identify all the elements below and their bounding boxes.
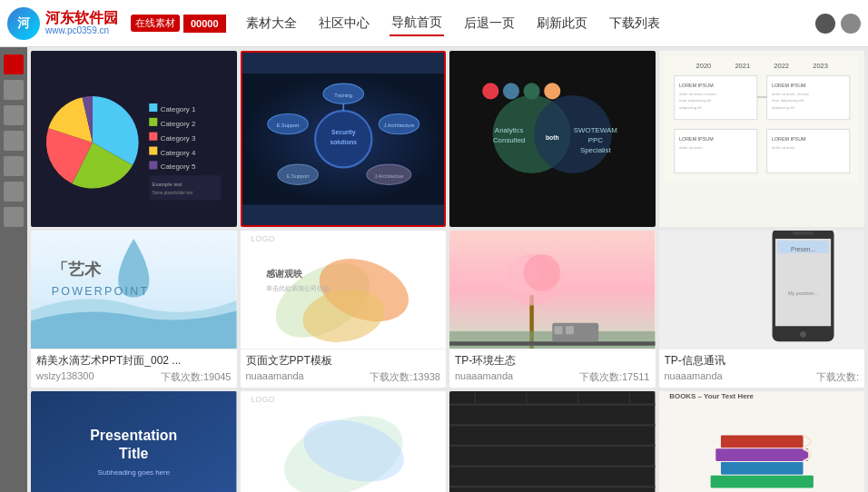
- svg-point-38: [503, 83, 519, 99]
- svg-text:dolor sit amet, consec: dolor sit amet, consec: [771, 92, 809, 96]
- nav-right: [815, 14, 861, 34]
- card-downloads-art: 下载次数:19045: [161, 370, 232, 384]
- top-bar: 河 河东软件园 www.pc0359.cn 在线素材 00000 素材大全 社区…: [0, 0, 868, 47]
- card-thumbnail-tech: Presen... My position...: [659, 231, 865, 349]
- svg-text:2020: 2020: [695, 62, 711, 70]
- svg-rect-98: [449, 391, 655, 492]
- cycle-chart-svg: Security solutions Training J.Architectu…: [242, 74, 445, 205]
- card-art-cover[interactable]: 「艺术 POWERPOINT 精美水滴艺术PPT封面_002 ... wslzy…: [31, 231, 237, 388]
- sidebar-item-1[interactable]: [4, 80, 24, 100]
- nav-item-home[interactable]: 导航首页: [390, 11, 444, 36]
- content-area: Category 1 Category 2 Category 3 Categor…: [27, 47, 868, 492]
- card-dg-cycle[interactable]: Security solutions Training J.Architectu…: [241, 51, 447, 227]
- card-meta-nature: nuaaamanda 下载次数:17511: [455, 370, 650, 384]
- svg-text:dolor sit amet: dolor sit amet: [771, 145, 794, 150]
- card-thumbnail-venn: Analytics Consulted SWOTEWAM PPC Special…: [449, 51, 656, 227]
- svg-text:Category 3: Category 3: [161, 133, 196, 142]
- card-meta-tech: nuaaamanda 下载次数:: [665, 370, 860, 384]
- nav-circle-1[interactable]: [815, 14, 835, 34]
- svg-text:Category 2: Category 2: [161, 119, 196, 127]
- card-author-elegant: nuaaamanda: [246, 370, 304, 384]
- card-presentation[interactable]: Presentation Title Subheading goes here …: [31, 391, 237, 492]
- svg-text:Category 1: Category 1: [161, 105, 196, 113]
- card-tech[interactable]: Presen... My position... TP-信息通讯 nuaaama…: [659, 231, 865, 388]
- card-thumbnail-presentation: Presentation Title Subheading goes here: [31, 391, 237, 492]
- nav-item-materials[interactable]: 素材大全: [244, 12, 299, 35]
- svg-rect-114: [720, 462, 803, 475]
- logo-area: 河 河东软件园 www.pc0359.cn: [7, 7, 118, 40]
- nav-item-back[interactable]: 后退一页: [462, 12, 517, 35]
- logo-icon: 河: [7, 7, 40, 40]
- sidebar-item-0[interactable]: [4, 54, 24, 74]
- svg-text:E.Support: E.Support: [276, 123, 299, 128]
- card-thumbnail-flow: 2020 2021 2022 2023 LOREM IPSUM dolor si…: [659, 51, 865, 227]
- svg-text:J.Architectue: J.Architectue: [374, 172, 403, 178]
- card-dc-venn[interactable]: Analytics Consulted SWOTEWAM PPC Special…: [449, 51, 656, 227]
- svg-text:Analytics: Analytics: [495, 125, 524, 133]
- nav-circle-2[interactable]: [841, 14, 861, 34]
- card-downloads-nature: 下载次数:17511: [579, 370, 650, 384]
- art-cover-svg: 「艺术 POWERPOINT: [31, 231, 237, 349]
- card-thumbnail-logo2: LOGO: [241, 391, 447, 492]
- svg-text:Presen...: Presen...: [790, 245, 814, 251]
- card-meta-elegant: nuaaamanda 下载次数:13938: [246, 370, 441, 384]
- svg-text:2021: 2021: [735, 62, 750, 70]
- nav-item-downloads[interactable]: 下载列表: [607, 12, 662, 35]
- watermark-box: 00000: [183, 15, 226, 33]
- svg-rect-9: [149, 161, 157, 169]
- svg-text:LOREM IPSUM: LOREM IPSUM: [679, 136, 714, 142]
- card-elegant[interactable]: LOGO 感谢观映 单击此处添加公司信息 页面文艺PPT模板 nuaaamand…: [241, 231, 447, 388]
- svg-text:LOREM IPSUM: LOREM IPSUM: [771, 83, 805, 88]
- elegant-svg: LOGO 感谢观映 单击此处添加公司信息: [241, 231, 447, 349]
- card-thumbnail-dark: [449, 391, 656, 492]
- flow-chart-svg: 2020 2021 2022 2023 LOREM IPSUM dolor si…: [665, 56, 859, 182]
- svg-rect-113: [715, 448, 808, 461]
- svg-text:Category 5: Category 5: [161, 162, 196, 171]
- nav-item-community[interactable]: 社区中心: [317, 12, 371, 35]
- svg-point-37: [482, 83, 498, 99]
- online-badge: 在线素材: [131, 15, 180, 32]
- card-ct-pie[interactable]: Category 1 Category 2 Category 3 Categor…: [31, 51, 237, 227]
- card-info-nature: TP-环境生态 nuaaamanda 下载次数:17511: [449, 349, 656, 388]
- main-container: Category 1 Category 2 Category 3 Categor…: [0, 47, 868, 492]
- sidebar-item-3[interactable]: [4, 131, 24, 151]
- svg-rect-80: [555, 326, 563, 334]
- card-thumbnail-books: BOOKS – Your Text Here: [659, 391, 865, 492]
- svg-text:solutions: solutions: [330, 139, 357, 145]
- svg-text:Some placeholder text: Some placeholder text: [153, 190, 194, 194]
- svg-rect-115: [710, 476, 813, 488]
- sidebar-item-5[interactable]: [4, 182, 24, 202]
- sidebar-item-2[interactable]: [4, 105, 24, 125]
- card-thumbnail-pie: Category 1 Category 2 Category 3 Categor…: [31, 51, 237, 227]
- svg-text:both: both: [546, 133, 559, 140]
- svg-text:BOOKS – Your Text Here: BOOKS – Your Text Here: [669, 392, 754, 400]
- svg-text:adipiscing elt: adipiscing elt: [771, 105, 794, 110]
- card-books[interactable]: BOOKS – Your Text Here BOOKS - Your Text…: [659, 391, 865, 492]
- nav-menu: 素材大全 社区中心 导航首页 后退一页 刷新此页 下载列表: [244, 11, 662, 36]
- svg-text:My position...: My position...: [787, 290, 818, 296]
- nav-item-refresh[interactable]: 刷新此页: [535, 12, 589, 35]
- svg-rect-5: [149, 132, 157, 140]
- svg-point-40: [544, 83, 560, 99]
- svg-rect-3: [149, 117, 157, 125]
- sidebar-item-4[interactable]: [4, 156, 24, 176]
- card-downloads-elegant: 下载次数:13938: [370, 370, 440, 384]
- svg-text:dolor sit amet, consec: dolor sit amet, consec: [679, 92, 717, 96]
- card-dg-flow[interactable]: 2020 2021 2022 2023 LOREM IPSUM dolor si…: [659, 51, 865, 227]
- sidebar-item-6[interactable]: [4, 207, 24, 227]
- card-logo2[interactable]: LOGO: [241, 391, 447, 492]
- svg-text:Title: Title: [119, 445, 148, 460]
- svg-text:单击此处添加公司信息: 单击此处添加公司信息: [266, 284, 330, 290]
- card-nature[interactable]: TP-环境生态 nuaaamanda 下载次数:17511: [449, 231, 656, 388]
- svg-rect-112: [720, 435, 803, 448]
- svg-text:Subheading goes here: Subheading goes here: [97, 467, 170, 476]
- svg-text:E.Support: E.Support: [286, 172, 309, 178]
- card-dark[interactable]: [449, 391, 656, 492]
- dark-svg: [449, 391, 656, 492]
- sidebar: [0, 47, 27, 492]
- svg-text:Consulted: Consulted: [493, 136, 526, 144]
- books-svg: BOOKS – Your Text Here: [659, 391, 865, 492]
- svg-rect-78: [449, 341, 655, 346]
- card-info-art: 精美水滴艺术PPT封面_002 ... wslzy138300 下载次数:190…: [31, 349, 237, 388]
- card-title-elegant: 页面文艺PPT模板: [246, 353, 441, 369]
